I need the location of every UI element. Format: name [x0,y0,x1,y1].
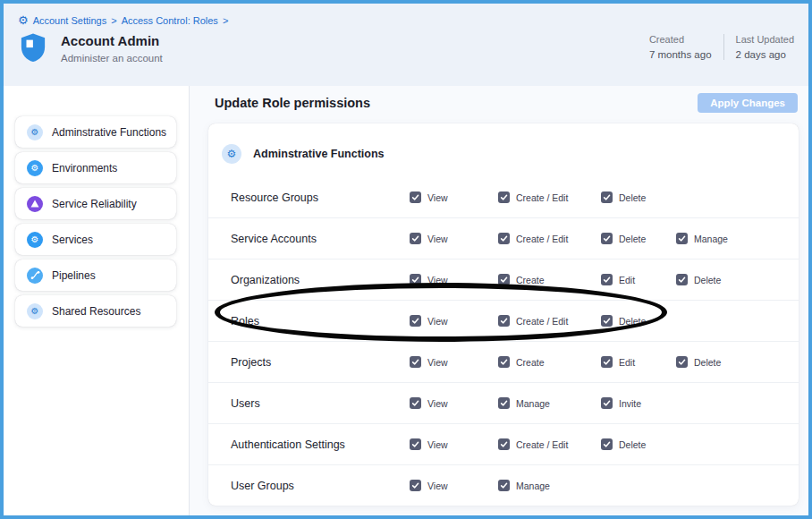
permission-row-label: Roles [231,315,410,328]
permission-toggle-roles-create-edit[interactable]: Create / Edit [498,315,601,327]
checkbox-checked-icon[interactable] [498,438,510,450]
permission-label: View [427,234,448,244]
checkbox-checked-icon[interactable] [601,191,613,203]
checkbox-checked-icon[interactable] [601,274,613,285]
permission-toggle-organizations-view[interactable]: View [410,274,498,285]
permission-row-label: Authentication Settings [231,438,410,451]
permissions-card-header: ⚙ Adminstrative Functions [208,123,799,177]
permission-toggle-users-view[interactable]: View [410,397,498,409]
permission-toggle-resource-groups-view[interactable]: View [410,191,498,203]
checkbox-checked-icon[interactable] [410,315,421,327]
checkbox-checked-icon[interactable] [498,480,510,491]
checkbox-checked-icon[interactable] [498,315,510,327]
permission-row-projects: ProjectsViewCreateEditDelete [208,342,799,383]
sidebar-item-services[interactable]: ⚙Services [15,224,176,255]
page-title: Account Admin [61,33,163,48]
apply-changes-button[interactable]: Apply Changes [698,93,798,113]
permission-row-user-groups: User GroupsViewManage [208,465,799,506]
permission-label: Delete [694,357,721,368]
checkbox-checked-icon[interactable] [601,438,613,450]
permission-toggle-service-accounts-delete[interactable]: Delete [601,233,676,244]
checkbox-checked-icon[interactable] [410,356,421,368]
gear-icon: ⚙ [27,160,43,176]
sidebar-item-service-reliability[interactable]: Service Reliability [15,188,176,219]
last-updated-value: 2 days ago [736,49,794,60]
checkbox-checked-icon[interactable] [410,480,421,491]
checkbox-checked-icon[interactable] [601,397,613,409]
permission-toggle-users-invite[interactable]: Invite [601,397,676,409]
last-updated-label: Last Updated [736,34,794,45]
permission-toggle-roles-view[interactable]: View [410,315,498,327]
permission-row-organizations: OrganizationsViewCreateEditDelete [208,260,799,301]
shield-icon [20,32,47,66]
permission-toggle-projects-delete[interactable]: Delete [676,356,799,368]
permission-toggle-users-manage[interactable]: Manage [498,397,601,409]
sidebar-item-shared-resources[interactable]: ⚙Shared Resources [15,295,176,327]
permission-toggle-authentication-settings-create-edit[interactable]: Create / Edit [498,438,601,450]
checkbox-checked-icon[interactable] [410,397,421,409]
permission-toggle-authentication-settings-view[interactable]: View [410,438,498,450]
checkbox-checked-icon[interactable] [676,274,688,285]
sidebar-item-label: Environments [52,162,117,174]
permission-label: Create / Edit [516,316,568,327]
breadcrumb-link-account-settings[interactable]: Account Settings [33,15,107,26]
checkbox-checked-icon[interactable] [601,233,613,244]
permission-label: Delete [619,439,646,450]
checkbox-checked-icon[interactable] [410,191,421,203]
permission-toggle-authentication-settings-delete[interactable]: Delete [601,438,676,450]
permission-toggle-projects-edit[interactable]: Edit [601,356,676,368]
permission-toggle-projects-view[interactable]: View [410,356,498,368]
checkbox-checked-icon[interactable] [410,438,421,450]
permission-row-roles: RolesViewCreate / EditDelete [208,301,799,342]
permission-label: View [427,192,448,203]
permission-label: View [427,439,448,450]
permission-label: Delete [619,234,646,244]
checkbox-checked-icon[interactable] [498,191,510,203]
page-subtitle: Administer an account [61,53,163,64]
permission-label: Create / Edit [516,439,568,450]
checkbox-checked-icon[interactable] [676,233,688,244]
checkbox-checked-icon[interactable] [410,274,421,285]
checkbox-checked-icon[interactable] [601,315,613,327]
main-titlebar: Update Role permissions Apply Changes [190,86,808,113]
breadcrumb-separator: > [223,15,228,26]
sidebar-item-environments[interactable]: ⚙Environments [15,152,176,183]
checkbox-checked-icon[interactable] [601,356,613,368]
update-role-permissions-title: Update Role permissions [215,96,370,110]
sidebar-item-pipelines[interactable]: Pipelines [15,260,176,291]
permission-toggle-user-groups-view[interactable]: View [410,480,498,491]
sidebar-item-adminstrative-functions[interactable]: ⚙Adminstrative Functions [15,116,176,148]
permission-label: Delete [619,316,646,327]
checkbox-checked-icon[interactable] [498,233,510,244]
checkbox-checked-icon[interactable] [498,356,510,368]
permission-toggle-organizations-edit[interactable]: Edit [601,274,676,285]
breadcrumb-separator: > [111,15,116,26]
permission-toggle-organizations-delete[interactable]: Delete [676,274,799,285]
created-label: Created [649,34,712,45]
permission-row-label: Users [231,397,410,410]
breadcrumb-link-access-control-roles[interactable]: Access Control: Roles [122,15,218,26]
permission-label: Manage [516,398,550,409]
permission-toggle-roles-delete[interactable]: Delete [601,315,676,327]
permission-row-authentication-settings: Authentication SettingsViewCreate / Edit… [208,424,799,465]
permission-toggle-resource-groups-create-edit[interactable]: Create / Edit [498,191,601,203]
permission-row-label: Organizations [231,274,410,286]
checkbox-checked-icon[interactable] [410,233,421,244]
permission-toggle-resource-groups-delete[interactable]: Delete [601,191,676,203]
sidebar-item-label: Services [52,234,93,246]
checkbox-checked-icon[interactable] [498,274,510,285]
permission-label: Manage [694,234,728,244]
permission-toggle-service-accounts-view[interactable]: View [410,233,498,244]
permission-toggle-service-accounts-create-edit[interactable]: Create / Edit [498,233,601,244]
permission-row-label: Service Accounts [231,233,410,245]
permission-toggle-user-groups-manage[interactable]: Manage [498,480,601,491]
permission-toggle-projects-create[interactable]: Create [498,356,601,368]
permission-label: Create / Edit [516,234,568,244]
checkbox-checked-icon[interactable] [676,356,688,368]
meta-divider [723,34,724,60]
sidebar-item-label: Pipelines [52,269,96,282]
checkbox-checked-icon[interactable] [498,397,510,409]
permission-toggle-service-accounts-manage[interactable]: Manage [676,233,799,244]
sidebar-item-label: Adminstrative Functions [52,126,166,139]
permission-toggle-organizations-create[interactable]: Create [498,274,601,285]
